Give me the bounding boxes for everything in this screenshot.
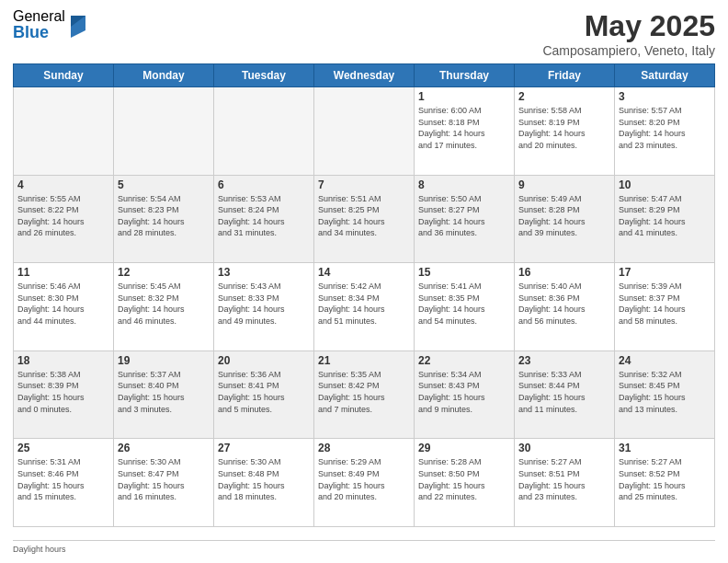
page: General Blue May 2025 Camposampiero, Ven… <box>0 0 728 563</box>
calendar-cell: 11Sunrise: 5:46 AM Sunset: 8:30 PM Dayli… <box>14 263 114 351</box>
calendar-cell <box>114 87 214 176</box>
month-title: May 2025 <box>542 9 715 43</box>
calendar-cell: 19Sunrise: 5:37 AM Sunset: 8:40 PM Dayli… <box>114 350 214 439</box>
week-row-5: 25Sunrise: 5:31 AM Sunset: 8:46 PM Dayli… <box>14 439 715 527</box>
cell-info: Sunrise: 5:54 AM Sunset: 8:23 PM Dayligh… <box>118 193 210 239</box>
calendar-cell: 31Sunrise: 5:27 AM Sunset: 8:52 PM Dayli… <box>615 439 715 527</box>
day-number: 22 <box>418 354 510 367</box>
day-number: 1 <box>418 90 510 103</box>
cell-info: Sunrise: 5:27 AM Sunset: 8:51 PM Dayligh… <box>518 456 610 502</box>
day-number: 17 <box>619 266 711 279</box>
cell-info: Sunrise: 5:40 AM Sunset: 8:36 PM Dayligh… <box>518 281 610 327</box>
calendar-cell: 15Sunrise: 5:41 AM Sunset: 8:35 PM Dayli… <box>415 263 515 351</box>
cell-info: Sunrise: 5:37 AM Sunset: 8:40 PM Dayligh… <box>118 369 210 415</box>
week-row-4: 18Sunrise: 5:38 AM Sunset: 8:39 PM Dayli… <box>14 350 715 439</box>
calendar-cell: 5Sunrise: 5:54 AM Sunset: 8:23 PM Daylig… <box>114 175 214 263</box>
calendar-cell: 2Sunrise: 5:58 AM Sunset: 8:19 PM Daylig… <box>515 87 615 176</box>
header: General Blue May 2025 Camposampiero, Ven… <box>13 9 715 58</box>
calendar-cell: 9Sunrise: 5:49 AM Sunset: 8:28 PM Daylig… <box>515 175 615 263</box>
cell-info: Sunrise: 5:51 AM Sunset: 8:25 PM Dayligh… <box>318 193 410 239</box>
day-number: 27 <box>218 442 310 454</box>
calendar-cell: 4Sunrise: 5:55 AM Sunset: 8:22 PM Daylig… <box>14 175 114 263</box>
title-block: May 2025 Camposampiero, Veneto, Italy <box>542 9 715 58</box>
day-header-friday: Friday <box>515 64 615 87</box>
calendar-cell: 30Sunrise: 5:27 AM Sunset: 8:51 PM Dayli… <box>515 439 615 527</box>
day-number: 28 <box>318 442 410 454</box>
cell-info: Sunrise: 5:29 AM Sunset: 8:49 PM Dayligh… <box>318 456 410 502</box>
day-number: 19 <box>118 354 210 367</box>
day-number: 29 <box>418 442 510 454</box>
day-number: 25 <box>17 442 109 454</box>
calendar-cell: 22Sunrise: 5:34 AM Sunset: 8:43 PM Dayli… <box>415 350 515 439</box>
location: Camposampiero, Veneto, Italy <box>542 43 715 58</box>
calendar-cell: 3Sunrise: 5:57 AM Sunset: 8:20 PM Daylig… <box>615 87 715 176</box>
day-header-wednesday: Wednesday <box>314 64 415 87</box>
calendar-cell <box>14 87 114 176</box>
day-number: 26 <box>118 442 210 454</box>
cell-info: Sunrise: 5:35 AM Sunset: 8:42 PM Dayligh… <box>318 369 410 415</box>
logo: General Blue <box>13 9 85 40</box>
day-number: 7 <box>318 178 410 191</box>
day-number: 18 <box>17 354 109 367</box>
day-number: 30 <box>518 442 610 454</box>
week-row-1: 1Sunrise: 6:00 AM Sunset: 8:18 PM Daylig… <box>14 87 715 176</box>
day-number: 10 <box>619 178 711 191</box>
cell-info: Sunrise: 5:53 AM Sunset: 8:24 PM Dayligh… <box>218 193 310 239</box>
calendar-cell: 6Sunrise: 5:53 AM Sunset: 8:24 PM Daylig… <box>214 175 314 263</box>
calendar-cell: 16Sunrise: 5:40 AM Sunset: 8:36 PM Dayli… <box>515 263 615 351</box>
day-header-saturday: Saturday <box>615 64 715 87</box>
day-number: 11 <box>17 266 109 279</box>
day-number: 14 <box>318 266 410 279</box>
calendar-cell: 20Sunrise: 5:36 AM Sunset: 8:41 PM Dayli… <box>214 350 314 439</box>
day-number: 21 <box>318 354 410 367</box>
cell-info: Sunrise: 5:57 AM Sunset: 8:20 PM Dayligh… <box>619 105 711 151</box>
cell-info: Sunrise: 5:33 AM Sunset: 8:44 PM Dayligh… <box>518 369 610 415</box>
calendar-cell: 24Sunrise: 5:32 AM Sunset: 8:45 PM Dayli… <box>615 350 715 439</box>
day-header-thursday: Thursday <box>415 64 515 87</box>
cell-info: Sunrise: 5:47 AM Sunset: 8:29 PM Dayligh… <box>619 193 711 239</box>
cell-info: Sunrise: 5:38 AM Sunset: 8:39 PM Dayligh… <box>17 369 109 415</box>
week-row-2: 4Sunrise: 5:55 AM Sunset: 8:22 PM Daylig… <box>14 175 715 263</box>
cell-info: Sunrise: 5:46 AM Sunset: 8:30 PM Dayligh… <box>17 281 109 327</box>
day-number: 20 <box>218 354 310 367</box>
cell-info: Sunrise: 5:41 AM Sunset: 8:35 PM Dayligh… <box>418 281 510 327</box>
days-header-row: SundayMondayTuesdayWednesdayThursdayFrid… <box>14 64 715 87</box>
calendar-cell: 7Sunrise: 5:51 AM Sunset: 8:25 PM Daylig… <box>314 175 415 263</box>
calendar-cell: 28Sunrise: 5:29 AM Sunset: 8:49 PM Dayli… <box>314 439 415 527</box>
day-number: 3 <box>619 90 711 103</box>
day-number: 2 <box>518 90 610 103</box>
cell-info: Sunrise: 5:30 AM Sunset: 8:48 PM Dayligh… <box>218 456 310 502</box>
cell-info: Sunrise: 5:32 AM Sunset: 8:45 PM Dayligh… <box>619 369 711 415</box>
calendar-cell: 1Sunrise: 6:00 AM Sunset: 8:18 PM Daylig… <box>415 87 515 176</box>
day-number: 24 <box>619 354 711 367</box>
calendar-cell: 14Sunrise: 5:42 AM Sunset: 8:34 PM Dayli… <box>314 263 415 351</box>
calendar-cell: 26Sunrise: 5:30 AM Sunset: 8:47 PM Dayli… <box>114 439 214 527</box>
cell-info: Sunrise: 5:42 AM Sunset: 8:34 PM Dayligh… <box>318 281 410 327</box>
logo-blue: Blue <box>13 24 65 40</box>
cell-info: Sunrise: 5:58 AM Sunset: 8:19 PM Dayligh… <box>518 105 610 151</box>
calendar-cell: 12Sunrise: 5:45 AM Sunset: 8:32 PM Dayli… <box>114 263 214 351</box>
cell-info: Sunrise: 5:49 AM Sunset: 8:28 PM Dayligh… <box>518 193 610 239</box>
day-header-tuesday: Tuesday <box>214 64 314 87</box>
calendar-cell: 17Sunrise: 5:39 AM Sunset: 8:37 PM Dayli… <box>615 263 715 351</box>
calendar-cell: 18Sunrise: 5:38 AM Sunset: 8:39 PM Dayli… <box>14 350 114 439</box>
cell-info: Sunrise: 5:55 AM Sunset: 8:22 PM Dayligh… <box>17 193 109 239</box>
cell-info: Sunrise: 5:31 AM Sunset: 8:46 PM Dayligh… <box>17 456 109 502</box>
cell-info: Sunrise: 6:00 AM Sunset: 8:18 PM Dayligh… <box>418 105 510 151</box>
calendar: SundayMondayTuesdayWednesdayThursdayFrid… <box>13 63 715 527</box>
daylight-note: Daylight hours <box>13 540 715 554</box>
cell-info: Sunrise: 5:34 AM Sunset: 8:43 PM Dayligh… <box>418 369 510 415</box>
calendar-cell: 10Sunrise: 5:47 AM Sunset: 8:29 PM Dayli… <box>615 175 715 263</box>
day-number: 13 <box>218 266 310 279</box>
calendar-cell: 27Sunrise: 5:30 AM Sunset: 8:48 PM Dayli… <box>214 439 314 527</box>
cell-info: Sunrise: 5:50 AM Sunset: 8:27 PM Dayligh… <box>418 193 510 239</box>
day-number: 8 <box>418 178 510 191</box>
calendar-cell: 23Sunrise: 5:33 AM Sunset: 8:44 PM Dayli… <box>515 350 615 439</box>
day-number: 6 <box>218 178 310 191</box>
day-number: 12 <box>118 266 210 279</box>
day-header-sunday: Sunday <box>14 64 114 87</box>
cell-info: Sunrise: 5:43 AM Sunset: 8:33 PM Dayligh… <box>218 281 310 327</box>
calendar-table: SundayMondayTuesdayWednesdayThursdayFrid… <box>13 63 715 527</box>
calendar-cell: 8Sunrise: 5:50 AM Sunset: 8:27 PM Daylig… <box>415 175 515 263</box>
day-number: 5 <box>118 178 210 191</box>
